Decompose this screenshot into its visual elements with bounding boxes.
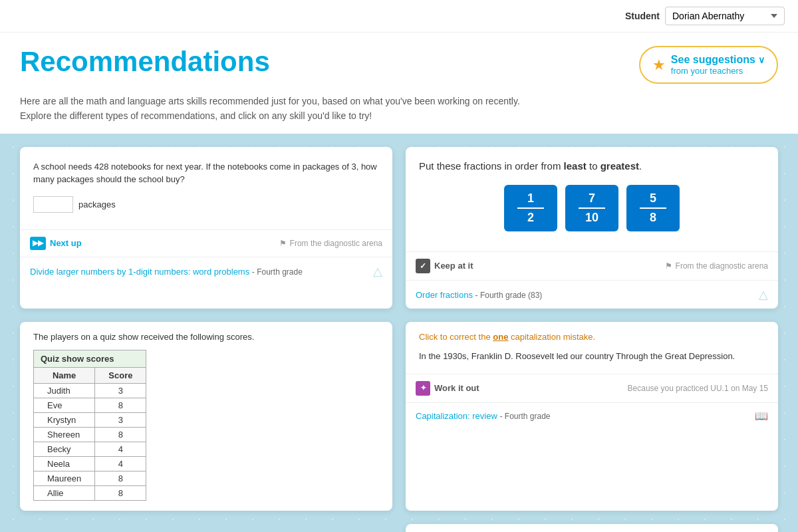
fractions-question: Put these fractions in order from least … [419, 160, 765, 172]
order-fractions-skill-link[interactable]: Order fractions [416, 290, 475, 300]
table-cell-score: 8 [95, 398, 146, 412]
fraction-divider [640, 207, 666, 209]
table-cell-name: Judith [34, 383, 95, 398]
table-cell-name: Becky [34, 442, 95, 456]
packages-label: packages [78, 200, 116, 209]
description: Here are all the math and language arts … [0, 94, 798, 134]
table-cell-score: 8 [95, 427, 146, 442]
division-problem-text: A school needs 428 notebooks for next ye… [33, 160, 379, 186]
suggestions-main-text: See suggestions ∨ [671, 54, 765, 66]
scores-table-body: Judith3Eve8Krystyn3Shereen8Becky4Neela4M… [34, 383, 146, 500]
card4-footer: ✦ Work it out Because you practiced UU.1… [406, 374, 778, 402]
fraction-tile-2[interactable]: 7 10 [565, 185, 618, 231]
table-cell-score: 4 [95, 442, 146, 456]
table-row: Eve8 [34, 398, 146, 412]
work-it-out-button[interactable]: ✦ Work it out [416, 381, 479, 396]
table-cell-name: Neela [34, 456, 95, 471]
add-frac-problem: Add. Write your answer as a fraction or … [406, 524, 778, 532]
cap-problem: Click to correct the one capitalization … [406, 322, 778, 374]
table-row: Neela4 [34, 456, 146, 471]
suggestions-sub-text: from your teachers [671, 66, 765, 76]
table-cell-name: Shereen [34, 427, 95, 442]
card4-skill-link: Capitalization: review - Fourth grade 📖 [406, 402, 778, 429]
card2-skill-link: Order fractions - Fourth grade (83) △ [406, 280, 778, 309]
diagnostic-label: ⚑ From the diagnostic arena [279, 239, 382, 248]
header-section: Recommendations ★ See suggestions ∨ from… [0, 33, 798, 94]
fractions-skill-grade: - Fourth grade (83) [475, 291, 543, 300]
book-icon: 📖 [755, 410, 768, 422]
page-title: Recommendations [20, 46, 270, 78]
fractions-skill-text: Order fractions - Fourth grade (83) [416, 289, 542, 300]
flag-icon-2: ⚑ [665, 261, 672, 271]
table-cell-score: 8 [95, 471, 146, 485]
triangle-icon: △ [373, 264, 382, 279]
card-quiz-table: The players on a quiz show received the … [20, 322, 392, 511]
fraction-tile-3[interactable]: 5 8 [626, 185, 680, 231]
card-capitalization: Click to correct the one capitalization … [406, 322, 778, 511]
fractions-problem: Put these fractions in order from least … [406, 147, 778, 251]
triangle-icon-2: △ [759, 287, 768, 302]
table-header-score: Score [95, 367, 146, 383]
division-skill-text: Divide larger numbers by 1-digit numbers… [30, 266, 303, 277]
flag-icon: ⚑ [279, 239, 287, 248]
fractions-tiles-row: 1 2 7 10 5 8 [419, 185, 765, 231]
table-row: Krystyn3 [34, 412, 146, 427]
next-up-icon: ▶▶ [30, 237, 46, 250]
card-division: A school needs 428 notebooks for next ye… [20, 147, 392, 309]
table-caption: Quiz show scores [33, 350, 146, 367]
table-cell-name: Maureen [34, 471, 95, 485]
cap-sentence: In the 1930s, Franklin D. Roosevelt led … [419, 350, 765, 364]
checkmark-icon: ✓ [416, 259, 430, 273]
top-bar: Student Dorian Abernathy [0, 0, 798, 33]
card1-skill-link: Divide larger numbers by 1-digit numbers… [20, 257, 392, 285]
capitalization-skill-link[interactable]: Capitalization: review [416, 411, 499, 421]
table-row: Becky4 [34, 442, 146, 456]
table-row: Shereen8 [34, 427, 146, 442]
card-fractions: Put these fractions in order from least … [406, 147, 778, 309]
table-header-row: Name Score [34, 367, 146, 383]
student-select[interactable]: Dorian Abernathy [665, 7, 785, 25]
student-label: Student [625, 11, 660, 21]
division-skill-grade: - Fourth grade [252, 267, 303, 277]
fraction-divider [517, 207, 544, 209]
cap-skill-text: Capitalization: review - Fourth grade [416, 410, 551, 421]
table-row: Judith3 [34, 383, 146, 398]
chevron-down-icon: ∨ [758, 55, 765, 65]
next-up-button[interactable]: ▶▶ Next up [30, 237, 82, 250]
cap-instruction: Click to correct the one capitalization … [419, 332, 765, 342]
main-content: A school needs 428 notebooks for next ye… [0, 134, 798, 532]
keep-at-it-button[interactable]: ✓ Keep at it [416, 259, 473, 273]
card1-footer: ▶▶ Next up ⚑ From the diagnostic arena [20, 229, 392, 257]
fraction-divider [579, 207, 605, 209]
fraction-tile-1[interactable]: 1 2 [504, 185, 557, 231]
quiz-intro: The players on a quiz show received the … [33, 332, 379, 342]
work-icon: ✦ [416, 381, 430, 396]
division-problem: A school needs 428 notebooks for next ye… [20, 147, 392, 229]
scores-table: Quiz show scores Name Score Judith3Eve8K… [33, 350, 146, 501]
because-label: Because you practiced UU.1 on May 15 [628, 384, 768, 393]
card-add-fractions: Add. Write your answer as a fraction or … [406, 524, 778, 532]
table-row: Maureen8 [34, 471, 146, 485]
division-input-row: packages [33, 196, 379, 213]
table-cell-score: 4 [95, 456, 146, 471]
table-cell-score: 3 [95, 383, 146, 398]
card2-footer: ✓ Keep at it ⚑ From the diagnostic arena [406, 251, 778, 280]
fractions-diagnostic-label: ⚑ From the diagnostic arena [665, 261, 768, 271]
table-cell-name: Allie [34, 485, 95, 500]
table-row: Allie8 [34, 485, 146, 500]
cards-grid: A school needs 428 notebooks for next ye… [20, 147, 778, 532]
table-cell-name: Eve [34, 398, 95, 412]
suggestions-button[interactable]: ★ See suggestions ∨ from your teachers [639, 46, 778, 84]
table-cell-score: 8 [95, 485, 146, 500]
cap-skill-grade: - Fourth grade [499, 412, 550, 421]
division-skill-link[interactable]: Divide larger numbers by 1-digit numbers… [30, 267, 252, 277]
table-cell-score: 3 [95, 412, 146, 427]
table-header-name: Name [34, 367, 95, 383]
star-icon: ★ [652, 57, 666, 74]
table-cell-name: Krystyn [34, 412, 95, 427]
quiz-table-problem: The players on a quiz show received the … [20, 322, 392, 511]
division-answer-input[interactable] [33, 196, 73, 213]
